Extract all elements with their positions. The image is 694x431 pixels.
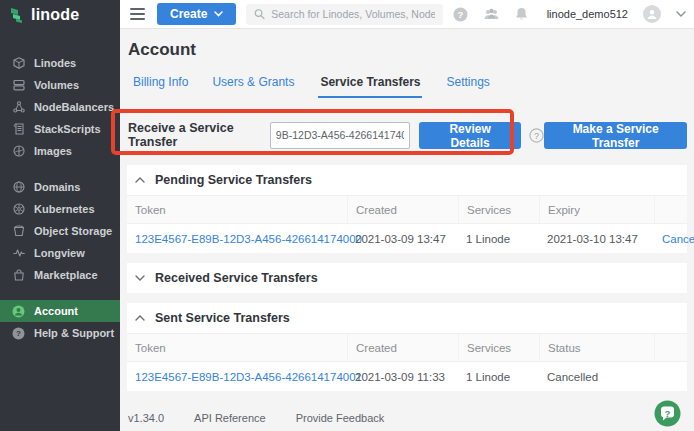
topbar: Create ? linode_demo512	[120, 0, 694, 29]
transfer-token-input[interactable]	[270, 122, 410, 149]
page-title: Account	[128, 40, 687, 60]
table-row: 123E4567-E89B-12D3-A456-426614174000 202…	[127, 223, 687, 253]
received-transfers-panel: Received Service Transfers	[127, 263, 687, 293]
help-chat-button[interactable]: ?	[654, 400, 681, 427]
tab-users-grants[interactable]: Users & Grants	[212, 75, 294, 98]
sidebar-item-label: Volumes	[34, 79, 79, 91]
sidebar-item-marketplace[interactable]: Marketplace	[0, 264, 120, 286]
sidebar-group-account: Account ? Help & Support	[0, 300, 120, 344]
section-title: Received Service Transfers	[155, 271, 318, 285]
svg-text:?: ?	[457, 9, 463, 20]
sidebar-item-label: Longview	[34, 247, 85, 259]
svg-text:?: ?	[16, 329, 21, 338]
linode-logo-icon	[10, 7, 25, 23]
volumes-icon	[12, 79, 25, 91]
sidebar-item-label: Marketplace	[34, 269, 98, 281]
column-header-token: Token	[127, 196, 347, 223]
longview-icon	[12, 247, 25, 259]
sent-transfers-panel: Sent Service Transfers Token Created Ser…	[127, 303, 687, 391]
linode-logo[interactable]: linode	[0, 0, 120, 29]
help-tooltip-icon[interactable]: ?	[529, 128, 544, 143]
sidebar-item-volumes[interactable]: Volumes	[0, 74, 120, 96]
tab-bar: Billing Info Users & Grants Service Tran…	[133, 75, 687, 98]
received-section-header[interactable]: Received Service Transfers	[127, 263, 687, 293]
status-cell: Cancelled	[539, 371, 654, 383]
sent-section-header[interactable]: Sent Service Transfers	[127, 303, 687, 333]
collapse-chevron-down-icon	[135, 275, 145, 281]
footer-provide-feedback-link[interactable]: Provide Feedback	[296, 412, 385, 424]
column-header-status: Status	[539, 334, 654, 361]
footer: v1.34.0 API Reference Provide Feedback	[128, 412, 687, 424]
pending-table-header: Token Created Services Expiry	[127, 195, 687, 223]
column-header-empty	[654, 334, 687, 361]
column-header-created: Created	[347, 196, 458, 223]
sidebar-item-object-storage[interactable]: Object Storage	[0, 220, 120, 242]
help-circle-icon[interactable]: ?	[453, 7, 468, 22]
create-button[interactable]: Create	[157, 3, 236, 25]
sidebar-item-label: Domains	[34, 181, 80, 193]
sidebar-group-services: Domains Kubernetes Object Storage Longvi…	[0, 176, 120, 286]
sidebar-item-label: Kubernetes	[34, 203, 95, 215]
sidebar-item-longview[interactable]: Longview	[0, 242, 120, 264]
help-icon: ?	[12, 327, 25, 340]
sidebar-item-label: Images	[34, 145, 72, 157]
column-header-services: Services	[458, 196, 539, 223]
stackscripts-icon	[12, 123, 25, 135]
object-storage-icon	[12, 225, 25, 237]
section-title: Pending Service Transfers	[155, 173, 312, 187]
account-icon	[12, 305, 25, 318]
column-header-token: Token	[127, 334, 347, 361]
expiry-cell: 2021-03-10 13:47	[539, 233, 654, 245]
tab-service-transfers[interactable]: Service Transfers	[318, 75, 422, 98]
search-icon	[254, 8, 265, 20]
chat-bubble-question-icon: ?	[654, 400, 681, 427]
create-button-label: Create	[170, 7, 207, 21]
linode-cloud-manager: linode Linodes Volumes NodeBalancers	[0, 0, 694, 431]
section-title: Sent Service Transfers	[155, 311, 290, 325]
column-header-expiry: Expiry	[539, 196, 654, 223]
services-cell: 1 Linode	[458, 233, 539, 245]
menu-toggle-button[interactable]	[128, 4, 147, 24]
receive-transfer-label: Receive a Service Transfer	[128, 121, 261, 149]
sidebar-item-label: Object Storage	[34, 225, 112, 237]
created-cell: 2021-03-09 13:47	[347, 233, 458, 245]
footer-version-link[interactable]: v1.34.0	[128, 412, 164, 424]
account-menu-chevron-icon[interactable]	[676, 11, 686, 17]
chevron-down-icon	[214, 11, 223, 17]
make-service-transfer-button[interactable]: Make a Service Transfer	[544, 122, 687, 149]
pending-section-header[interactable]: Pending Service Transfers	[127, 165, 687, 195]
receive-transfer-row: Receive a Service Transfer Review Detail…	[128, 121, 687, 149]
search-input[interactable]	[271, 8, 434, 20]
community-icon[interactable]	[483, 8, 500, 21]
linodes-icon	[12, 57, 25, 69]
collapse-chevron-up-icon	[135, 177, 145, 183]
sidebar-item-kubernetes[interactable]: Kubernetes	[0, 198, 120, 220]
sidebar-item-linodes[interactable]: Linodes	[0, 52, 120, 74]
review-details-button[interactable]: Review Details	[419, 122, 521, 149]
sidebar-item-stackscripts[interactable]: StackScripts	[0, 118, 120, 140]
transfer-token-link[interactable]: 123E4567-E89B-12D3-A456-426614174000	[127, 233, 347, 245]
domains-icon	[12, 181, 25, 193]
sidebar-item-help-support[interactable]: ? Help & Support	[0, 322, 120, 344]
tab-settings[interactable]: Settings	[446, 75, 489, 98]
sidebar-item-label: Help & Support	[34, 327, 114, 339]
table-row: 123E4567-E89B-12D3-A456-426614174001 202…	[127, 361, 687, 391]
transfer-token-link[interactable]: 123E4567-E89B-12D3-A456-426614174001	[127, 371, 347, 383]
main-content: Account Billing Info Users & Grants Serv…	[120, 29, 694, 431]
svg-text:?: ?	[534, 130, 539, 140]
column-header-created: Created	[347, 334, 458, 361]
sidebar-item-domains[interactable]: Domains	[0, 176, 120, 198]
sidebar-item-account[interactable]: Account	[0, 300, 120, 322]
footer-api-reference-link[interactable]: API Reference	[194, 412, 266, 424]
sidebar-item-images[interactable]: Images	[0, 140, 120, 162]
sidebar-item-label: StackScripts	[34, 123, 101, 135]
cancel-link[interactable]: Cancel	[654, 233, 694, 245]
notifications-bell-icon[interactable]	[515, 7, 528, 22]
sidebar-group-compute: Linodes Volumes NodeBalancers StackScrip…	[0, 52, 120, 162]
search-bar[interactable]	[246, 4, 442, 25]
tab-billing-info[interactable]: Billing Info	[133, 75, 188, 98]
svg-text:?: ?	[665, 408, 671, 419]
user-avatar[interactable]	[643, 5, 661, 23]
sidebar-item-nodebalancers[interactable]: NodeBalancers	[0, 96, 120, 118]
sidebar: linode Linodes Volumes NodeBalancers	[0, 0, 120, 431]
